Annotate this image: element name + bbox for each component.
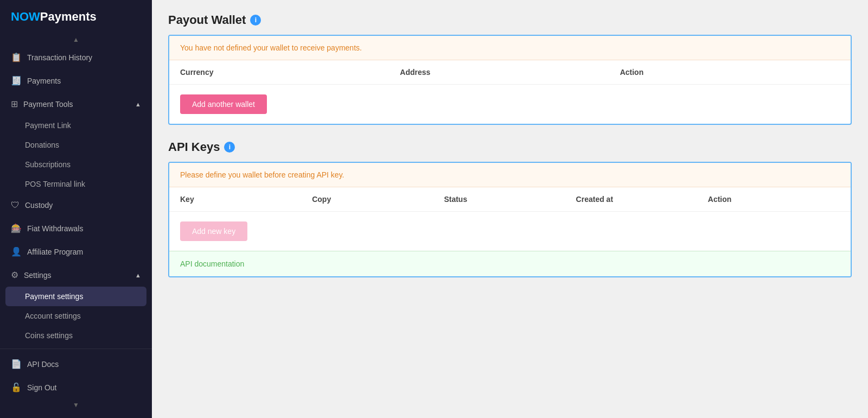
api-keys-title-text: API Keys: [168, 140, 220, 154]
sidebar-item-payment-link[interactable]: Payment Link: [0, 116, 152, 135]
sidebar-item-fiat-withdrawals[interactable]: 🎰 Fiat Withdrawals: [0, 217, 152, 240]
sidebar-label-sign-out: Sign Out: [27, 383, 56, 392]
api-keys-warning: Please define you wallet before creating…: [169, 163, 851, 187]
payments-icon: 🧾: [11, 75, 22, 86]
api-col-key: Key: [180, 195, 312, 204]
app-logo: NOWPayments: [0, 0, 152, 34]
api-keys-title: API Keys i: [168, 140, 852, 154]
sidebar-item-affiliate-program[interactable]: 👤 Affiliate Program: [0, 240, 152, 263]
api-col-status: Status: [444, 195, 576, 204]
sidebar-label-payment-tools: Payment Tools: [23, 100, 73, 109]
add-another-wallet-button[interactable]: Add another wallet: [180, 94, 267, 114]
custody-icon: 🛡: [11, 200, 20, 210]
sign-out-icon: 🔓: [11, 382, 22, 392]
api-col-copy: Copy: [312, 195, 444, 204]
api-docs-banner: API documentation: [169, 251, 851, 276]
sidebar-label-settings: Settings: [24, 271, 52, 280]
sidebar-item-payments[interactable]: 🧾 Payments: [0, 69, 152, 92]
api-col-action: Action: [708, 195, 840, 204]
wallet-col-action: Action: [620, 68, 840, 77]
sidebar-label-payments: Payments: [27, 77, 61, 85]
sidebar-item-custody[interactable]: 🛡 Custody: [0, 194, 152, 217]
payout-wallet-warning-text: You have not defined your wallet to rece…: [180, 43, 362, 52]
sidebar-label-custody: Custody: [25, 201, 53, 210]
sidebar-item-pos-terminal-link[interactable]: POS Terminal link: [0, 174, 152, 194]
api-keys-body: Add new key: [169, 212, 851, 251]
sidebar-label-pos-terminal-link: POS Terminal link: [25, 180, 85, 188]
scroll-up-arrow[interactable]: ▲: [0, 34, 152, 46]
api-keys-table-header: Key Copy Status Created at Action: [169, 187, 851, 212]
sidebar-label-payment-settings: Payment settings: [25, 292, 83, 301]
sidebar-item-settings[interactable]: ⚙ Settings ▲: [0, 263, 152, 287]
wallet-col-currency: Currency: [180, 68, 400, 77]
settings-chevron: ▲: [135, 272, 141, 278]
transaction-history-icon: 📋: [11, 52, 22, 62]
settings-icon: ⚙: [11, 270, 18, 280]
payout-wallet-warning: You have not defined your wallet to rece…: [169, 36, 851, 60]
sidebar-label-donations: Donations: [25, 141, 59, 149]
sidebar-label-account-settings: Account settings: [25, 312, 81, 320]
add-new-key-button[interactable]: Add new key: [180, 221, 247, 241]
sidebar-label-api-docs: API Docs: [27, 360, 59, 369]
sidebar-item-donations[interactable]: Donations: [0, 135, 152, 155]
payment-tools-chevron: ▲: [135, 101, 141, 107]
sidebar-label-fiat-withdrawals: Fiat Withdrawals: [27, 224, 83, 233]
api-docs-icon: 📄: [11, 359, 22, 369]
fiat-withdrawals-icon: 🎰: [11, 223, 22, 233]
payment-tools-icon: ⊞: [11, 99, 18, 109]
payout-wallet-body: Add another wallet: [169, 85, 851, 124]
api-documentation-link[interactable]: API documentation: [180, 259, 244, 268]
payout-wallet-title-text: Payout Wallet: [168, 13, 246, 27]
logo-now: NOW: [11, 10, 40, 23]
sidebar-divider: [0, 349, 152, 349]
payout-wallet-card: You have not defined your wallet to rece…: [168, 35, 852, 125]
affiliate-icon: 👤: [11, 246, 22, 257]
api-col-created-at: Created at: [576, 195, 708, 204]
sidebar-label-subscriptions: Subscriptions: [25, 160, 71, 169]
sidebar-item-sign-out[interactable]: 🔓 Sign Out: [0, 376, 152, 399]
payout-wallet-info-icon[interactable]: i: [250, 15, 261, 26]
sidebar-item-subscriptions[interactable]: Subscriptions: [0, 155, 152, 174]
sidebar-label-coins-settings: Coins settings: [25, 331, 73, 340]
sidebar-item-coins-settings[interactable]: Coins settings: [0, 326, 152, 345]
sidebar: NOWPayments ▲ 📋 Transaction History 🧾 Pa…: [0, 0, 152, 418]
sidebar-item-api-docs[interactable]: 📄 API Docs: [0, 352, 152, 376]
payout-wallet-title: Payout Wallet i: [168, 13, 852, 27]
wallet-col-address: Address: [400, 68, 620, 77]
sidebar-label-payment-link: Payment Link: [25, 121, 71, 130]
sidebar-item-transaction-history[interactable]: 📋 Transaction History: [0, 46, 152, 69]
sidebar-item-payment-tools[interactable]: ⊞ Payment Tools ▲: [0, 92, 152, 116]
logo-payments: Payments: [40, 10, 97, 23]
api-keys-info-icon[interactable]: i: [224, 142, 235, 153]
scroll-down-arrow[interactable]: ▼: [0, 399, 152, 411]
api-keys-warning-text: Please define you wallet before creating…: [180, 170, 344, 179]
sidebar-item-account-settings[interactable]: Account settings: [0, 306, 152, 326]
sidebar-label-transaction-history: Transaction History: [27, 53, 92, 62]
sidebar-label-affiliate-program: Affiliate Program: [27, 248, 83, 256]
sidebar-item-payment-settings[interactable]: Payment settings: [5, 287, 146, 306]
payout-wallet-table-header: Currency Address Action: [169, 60, 851, 85]
api-keys-card: Please define you wallet before creating…: [168, 162, 852, 277]
main-content: Payout Wallet i You have not defined you…: [152, 0, 868, 418]
